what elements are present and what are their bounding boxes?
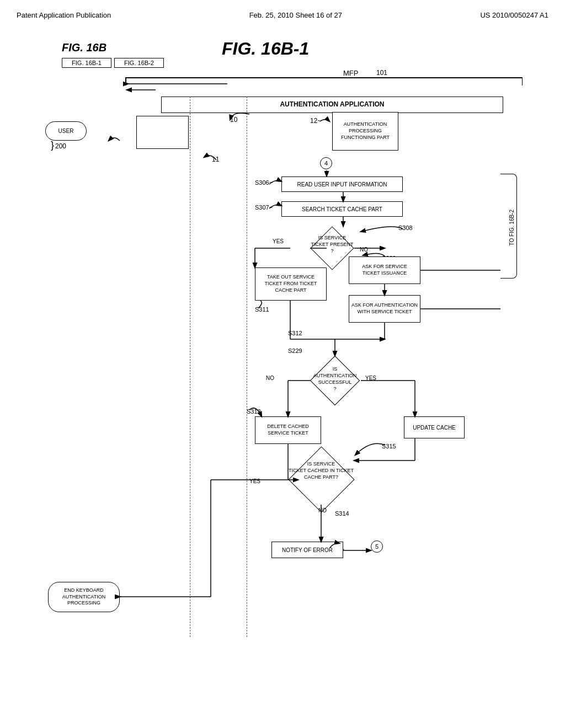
fig-16b1-title: FIG. 16B-1	[222, 39, 309, 59]
circle-5: 5	[371, 540, 383, 553]
to-fig-bracket	[500, 174, 517, 279]
step-s314: S314	[335, 510, 349, 517]
yes-label-s229: YES	[365, 375, 376, 381]
user-brace: }	[51, 140, 54, 151]
step-s315: S315	[382, 443, 396, 449]
col-divider-2	[247, 97, 247, 637]
delete-cached-box: DELETE CACHED SERVICE TICKET	[255, 416, 321, 444]
no-label-s315: NO	[318, 507, 327, 513]
step-s308: S308	[398, 224, 413, 231]
diamond-s308-container: IS SERVICE TICKET PRESENT ?	[310, 226, 354, 270]
ask-issuance-box: ASK FOR SERVICE TICKET ISSUANCE	[349, 256, 420, 284]
header-center: Feb. 25, 2010 Sheet 16 of 27	[249, 11, 342, 19]
diamond-s315-container: IS SERVICE TICKET CACHED IN TICKET CACHE…	[288, 455, 354, 505]
auth-app-number: 10	[230, 116, 237, 124]
circle-4: 4	[320, 157, 332, 169]
header-left: Patent Application Publication	[17, 11, 111, 19]
diamond-s229-container: IS AUTHENTICATION SUCCESSFUL ?	[310, 356, 360, 405]
auth-app-box: AUTHENTICATION APPLICATION	[161, 97, 503, 113]
end-keyboard-box: END KEYBOARD AUTHENTICATION PROCESSING	[48, 582, 120, 612]
col-divider-1	[190, 97, 190, 637]
step-s306: S306~	[255, 179, 273, 186]
take-out-box: TAKE OUT SERVICE TICKET FROM TICKET CACH…	[255, 267, 327, 301]
user-box: USER	[45, 121, 87, 141]
mfp-bracket	[125, 77, 523, 89]
no-label-s308: NO	[360, 247, 368, 253]
auth-proc-number: 12~	[310, 117, 321, 125]
diagram-area: FIG. 16B FIG. 16B-1 FIG. 16B-2 FIG. 16B-…	[18, 25, 547, 687]
fig-16b-title: FIG. 16B	[62, 41, 106, 54]
page-header: Patent Application Publication Feb. 25, …	[17, 11, 548, 19]
tab-16b1[interactable]: FIG. 16B-1	[62, 58, 111, 68]
mfp-label: MFP	[343, 69, 358, 77]
card-reading-box	[136, 116, 189, 149]
step-s313: S313	[247, 408, 261, 415]
search-ticket-box: SEARCH TICKET CACHE PART	[281, 201, 403, 217]
tab-16b2[interactable]: FIG. 16B-2	[114, 58, 164, 68]
user-number: 200	[55, 142, 66, 150]
yes-label-s315: YES	[249, 478, 260, 484]
step-s229: S229	[288, 347, 302, 354]
mfp-number: 101	[376, 69, 387, 77]
auth-proc-box: AUTHENTICATION PROCESSING FUNCTIONING PA…	[332, 112, 398, 151]
ask-auth-box: ASK FOR AUTHENTICATION WITH SERVICE TICK…	[349, 295, 420, 323]
header-right: US 2010/0050247 A1	[480, 11, 548, 19]
step-s311: S311	[255, 306, 269, 313]
no-label-s229: NO	[266, 375, 274, 381]
step-s307: S307~	[255, 204, 273, 211]
yes-label-s308: YES	[273, 238, 284, 244]
page: Patent Application Publication Feb. 25, …	[0, 0, 565, 728]
col-number: 11	[212, 156, 219, 163]
notify-error-box: NOTIFY OF ERROR	[271, 542, 343, 558]
read-user-box: READ USER INPUT INFORMATION	[281, 176, 403, 192]
update-cache-box: UPDATE CACHE	[404, 416, 465, 438]
step-s312: S312	[288, 330, 302, 336]
